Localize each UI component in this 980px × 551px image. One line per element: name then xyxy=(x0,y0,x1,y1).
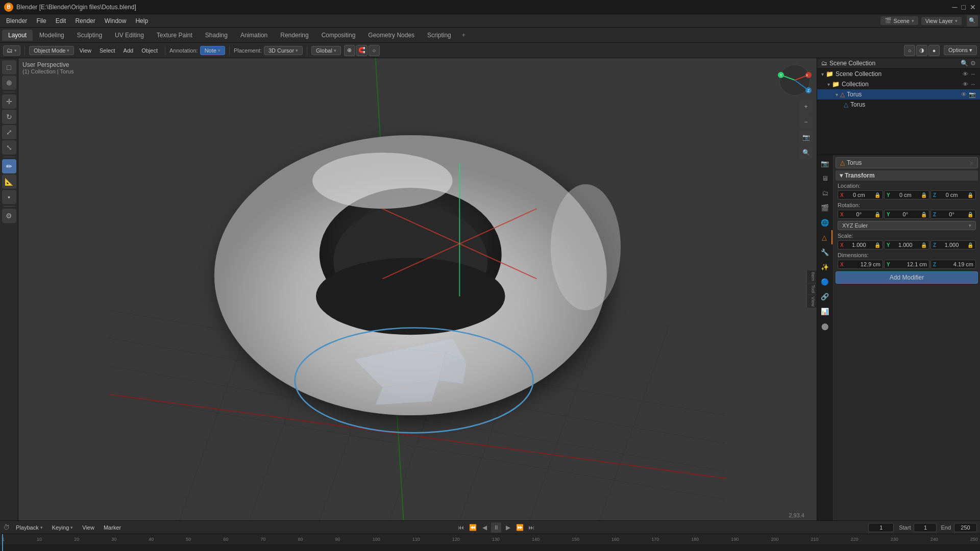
rotation-z-field[interactable]: Z 0° 🔒 xyxy=(930,210,976,219)
prop-modifier-icon[interactable]: 🔧 xyxy=(817,245,832,259)
tool-measure[interactable]: 📐 xyxy=(2,174,16,189)
tab-layout[interactable]: Layout xyxy=(2,30,33,41)
transform-header[interactable]: ▾ Transform xyxy=(836,170,978,181)
tab-add[interactable]: + xyxy=(458,30,470,41)
outliner-filter-btn[interactable]: 🔍 xyxy=(961,60,968,67)
tool-select[interactable]: □ xyxy=(2,60,16,74)
scale-z-field[interactable]: Z 1.000 🔒 xyxy=(930,240,976,249)
zoom-in-button[interactable]: + xyxy=(799,100,813,113)
object-mode-selector[interactable]: Object Mode ▾ xyxy=(29,46,74,55)
tab-animation[interactable]: Animation xyxy=(234,30,274,41)
view-layer-selector[interactable]: View Layer ▾ xyxy=(921,17,962,25)
tab-scripting[interactable]: Scripting xyxy=(421,30,457,41)
tool-add-cube[interactable]: ▪ xyxy=(2,190,16,204)
dimensions-z-field[interactable]: Z 4.19 cm xyxy=(930,260,976,269)
tab-rendering[interactable]: Rendering xyxy=(274,30,314,41)
menu-edit[interactable]: Edit xyxy=(52,16,70,26)
outliner-item-scene-collection[interactable]: ▾ 📁 Scene Collection 👁 ↔ xyxy=(817,69,980,79)
timeline-view-menu[interactable]: View xyxy=(79,523,97,532)
next-frame-button[interactable]: ⏩ xyxy=(514,522,525,533)
jump-end-button[interactable]: ⏭ xyxy=(526,522,536,533)
prop-output-icon[interactable]: 🖥 xyxy=(817,171,832,185)
side-tool-btn[interactable]: Tool xyxy=(806,283,817,295)
dimensions-x-field[interactable]: X 12.9 cm xyxy=(838,260,883,269)
location-x-field[interactable]: X 0 cm 🔒 xyxy=(838,190,883,199)
scale-y-field[interactable]: Y 1.000 🔒 xyxy=(884,240,929,249)
prop-scene-icon[interactable]: 🎬 xyxy=(817,201,832,215)
select-menu[interactable]: Select xyxy=(96,46,118,55)
viewport-shading-rendered[interactable]: ● xyxy=(928,45,940,56)
tab-texture-paint[interactable]: Texture Paint xyxy=(151,30,199,41)
timeline-editor-icon[interactable]: ⏱ xyxy=(3,523,10,531)
viewport-shading-solid[interactable]: ○ xyxy=(904,45,915,56)
menu-blender[interactable]: Blender xyxy=(2,16,31,26)
prop-particles-icon[interactable]: ✨ xyxy=(817,260,832,274)
minimize-button[interactable]: ─ xyxy=(952,3,958,11)
close-button[interactable]: ✕ xyxy=(970,3,976,11)
search-button[interactable]: 🔍 xyxy=(967,15,978,27)
current-frame-field[interactable]: 1 xyxy=(868,523,894,532)
editor-type-selector[interactable]: 🗂 ▾ xyxy=(3,45,20,56)
viewport-shading-material[interactable]: ◑ xyxy=(916,45,927,56)
outliner-item-torus-data[interactable]: △ Torus xyxy=(817,99,980,110)
pivot-btn[interactable]: ⊕ xyxy=(344,45,355,56)
prop-view-layer-icon[interactable]: 🗂 xyxy=(817,186,832,200)
dimensions-y-field[interactable]: Y 12.1 cm xyxy=(884,260,929,269)
tool-scale[interactable]: ⤢ xyxy=(2,125,16,139)
rotation-x-field[interactable]: X 0° 🔒 xyxy=(838,210,883,219)
tool-cursor[interactable]: ⊕ xyxy=(2,76,16,90)
side-view-btn[interactable]: View xyxy=(806,295,817,308)
tab-sculpting[interactable]: Sculpting xyxy=(71,30,108,41)
outliner-item-torus-mesh[interactable]: ▾ △ Torus 👁 📷 xyxy=(817,89,980,99)
location-y-field[interactable]: Y 0 cm 🔒 xyxy=(884,190,929,199)
tab-compositing[interactable]: Compositing xyxy=(315,30,362,41)
view-menu[interactable]: View xyxy=(76,46,94,55)
keying-menu[interactable]: Keying ▾ xyxy=(49,523,77,532)
options-button[interactable]: Options ▾ xyxy=(944,45,977,55)
menu-help[interactable]: Help xyxy=(131,16,152,26)
outliner-item-collection[interactable]: ▾ 📁 Collection 👁 ↔ xyxy=(817,79,980,89)
side-item-btn[interactable]: Item xyxy=(806,270,817,283)
tab-modeling[interactable]: Modeling xyxy=(33,30,70,41)
tool-transform[interactable]: ⤡ xyxy=(2,140,16,155)
prev-frame-button[interactable]: ⏪ xyxy=(468,522,478,533)
scale-x-field[interactable]: X 1.000 🔒 xyxy=(838,240,883,249)
timeline-track[interactable]: 1102030405060708090100110120130140150160… xyxy=(0,534,980,551)
prop-constraints-icon[interactable]: 🔗 xyxy=(817,289,832,304)
snap-btn[interactable]: 🧲 xyxy=(356,45,368,56)
tab-shading[interactable]: Shading xyxy=(199,30,234,41)
global-selector[interactable]: Global ▾ xyxy=(311,46,341,55)
tool-extra[interactable]: ⚙ xyxy=(2,209,16,223)
proportional-btn[interactable]: ○ xyxy=(369,45,380,56)
add-modifier-button[interactable]: Add Modifier xyxy=(836,271,978,284)
playback-menu[interactable]: Playback ▾ xyxy=(13,523,46,532)
scene-selector[interactable]: 🎬 Scene ▾ xyxy=(880,16,918,25)
menu-file[interactable]: File xyxy=(32,16,50,26)
rotation-mode-selector[interactable]: XYZ Euler ▾ xyxy=(838,221,976,230)
play-button[interactable]: ▶ xyxy=(503,522,513,533)
rotation-y-field[interactable]: Y 0° 🔒 xyxy=(884,210,929,219)
marker-menu[interactable]: Marker xyxy=(101,523,124,532)
prop-material-icon[interactable]: ⬤ xyxy=(817,319,832,333)
tab-geometry-nodes[interactable]: Geometry Nodes xyxy=(362,30,421,41)
outliner-filter2-btn[interactable]: ⚙ xyxy=(970,60,976,67)
start-frame-field[interactable]: 1 xyxy=(914,523,937,532)
tool-annotate[interactable]: ✏ xyxy=(2,159,16,173)
viewport[interactable]: User Perspective (1) Collection | Torus xyxy=(18,58,817,520)
prop-world-icon[interactable]: 🌐 xyxy=(817,215,832,230)
search-vp-button[interactable]: 🔍 xyxy=(799,146,813,159)
jump-start-button[interactable]: ⏮ xyxy=(456,522,466,533)
axis-gizmo[interactable]: X Y Z xyxy=(777,62,813,98)
add-menu[interactable]: Add xyxy=(120,46,137,55)
prop-data-icon[interactable]: 📊 xyxy=(817,304,832,318)
prop-object-icon[interactable]: △ xyxy=(817,230,832,244)
tool-rotate[interactable]: ↻ xyxy=(2,110,16,124)
menu-render[interactable]: Render xyxy=(71,16,99,26)
maximize-button[interactable]: □ xyxy=(962,3,966,11)
prop-physics-icon[interactable]: 🔵 xyxy=(817,274,832,289)
tab-uv-editing[interactable]: UV Editing xyxy=(109,30,150,41)
prop-render-icon[interactable]: 📷 xyxy=(817,156,832,170)
menu-window[interactable]: Window xyxy=(101,16,131,26)
camera-button[interactable]: 📷 xyxy=(799,131,813,144)
object-menu[interactable]: Object xyxy=(138,46,161,55)
